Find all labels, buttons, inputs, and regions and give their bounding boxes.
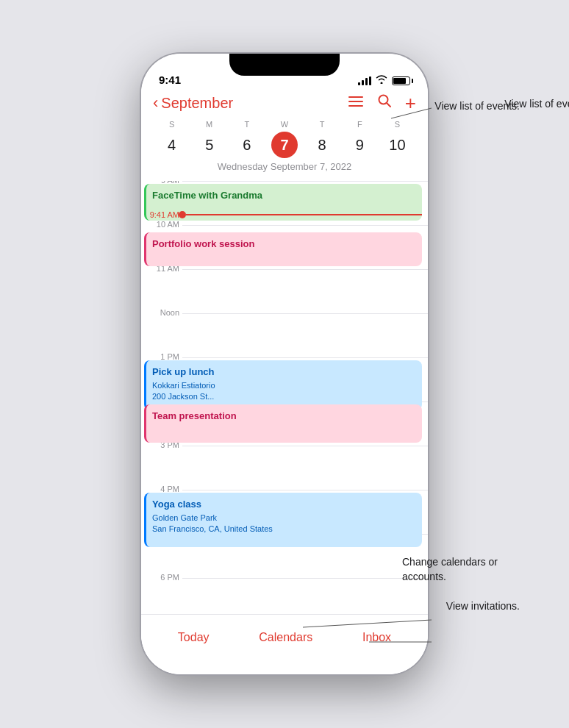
event-yoga-title: Yoga class: [152, 499, 201, 510]
status-time: 9:41: [159, 74, 181, 86]
calendar-scroll[interactable]: 9 AM 10 AM 11 AM Noon 1 PM: [141, 181, 428, 614]
phone-container: 9:41: [141, 54, 428, 674]
back-chevron-icon: ‹: [153, 93, 158, 113]
day-col-wed[interactable]: W 7: [268, 120, 301, 158]
days-row: S 4 M 5 T 6 W 7: [153, 120, 416, 158]
event-pickup-subtitle: Kokkari Estiatorio200 Jackson St...: [152, 380, 416, 403]
time-slot-11am: 11 AM: [182, 269, 428, 313]
day-letter-m: M: [206, 120, 212, 129]
day-number-5: 5: [196, 132, 223, 158]
time-label-10am: 10 AM: [144, 220, 179, 229]
full-date-label: Wednesday September 7, 2022: [153, 161, 416, 172]
event-team[interactable]: Team presentation: [144, 404, 422, 443]
day-number-4: 4: [159, 132, 185, 158]
event-pickup[interactable]: Pick up lunch Kokkari Estiatorio200 Jack…: [144, 360, 422, 410]
event-yoga-subtitle: Golden Gate ParkSan Francisco, CA, Unite…: [152, 513, 416, 535]
day-number-6: 6: [234, 132, 260, 158]
day-letter-t2: T: [320, 120, 325, 129]
battery-icon: [392, 76, 410, 85]
day-col-tue[interactable]: T 6: [231, 120, 263, 158]
day-number-9: 9: [346, 132, 373, 158]
header-top: ‹ September: [153, 93, 416, 113]
signal-bars-icon: [358, 76, 371, 85]
callout-view-list: View list of events.: [434, 99, 520, 114]
back-month-button[interactable]: ‹ September: [153, 93, 233, 113]
svg-line-4: [387, 103, 390, 107]
event-pickup-title: Pick up lunch: [152, 366, 215, 377]
wifi-icon: [376, 75, 387, 86]
page-wrapper: 9:41: [35, 40, 534, 688]
current-time-dot: [179, 211, 186, 218]
event-yoga[interactable]: Yoga class Golden Gate ParkSan Francisco…: [144, 493, 422, 547]
bottom-nav: Today Calendars Inbox: [141, 614, 428, 674]
day-letter-w: W: [281, 120, 288, 129]
day-number-10: 10: [384, 132, 410, 158]
day-number-7-today: 7: [271, 132, 298, 158]
day-letter-t1: T: [244, 120, 249, 129]
day-col-mon[interactable]: M 5: [193, 120, 226, 158]
day-letter-s2: S: [395, 120, 400, 129]
day-col-thu[interactable]: T 8: [306, 120, 338, 158]
time-slot-6pm: 6 PM: [182, 578, 428, 614]
phone-frame: 9:41: [141, 54, 428, 674]
search-button[interactable]: [377, 93, 392, 113]
day-number-8: 8: [309, 132, 335, 158]
status-icons: [358, 75, 410, 86]
nav-calendars[interactable]: Calendars: [259, 631, 312, 644]
day-col-sat[interactable]: S 10: [381, 120, 413, 158]
time-label-noon: Noon: [144, 308, 179, 317]
current-time-indicator: 9:41 AM: [182, 211, 422, 218]
current-time-line: [186, 214, 422, 215]
day-col-fri[interactable]: F 9: [343, 120, 376, 158]
callout-view-invitations: View invitations.: [446, 599, 520, 614]
event-portfolio-title: Portfolio work session: [152, 238, 254, 249]
list-view-button[interactable]: [348, 93, 364, 113]
notch: [229, 54, 340, 76]
nav-inbox[interactable]: Inbox: [362, 631, 391, 644]
month-label: September: [161, 95, 233, 112]
event-facetime-title: FaceTime with Grandma: [152, 190, 262, 201]
event-portfolio[interactable]: Portfolio work session: [144, 232, 422, 266]
callout-change-calendars: Change calendars or accounts.: [402, 555, 520, 584]
header-actions: +: [348, 93, 416, 113]
time-slot-3pm: 3 PM: [182, 446, 428, 490]
time-slot-noon: Noon: [182, 313, 428, 357]
calendar-header: ‹ September: [141, 90, 428, 181]
screen: 9:41: [141, 54, 428, 674]
nav-today[interactable]: Today: [178, 631, 210, 644]
add-event-button[interactable]: +: [405, 93, 416, 113]
day-col-sun[interactable]: S 4: [156, 120, 188, 158]
day-letter-f: F: [357, 120, 362, 129]
day-letter-s1: S: [169, 120, 174, 129]
time-grid: 9 AM 10 AM 11 AM Noon 1 PM: [141, 181, 428, 614]
time-label-6pm: 6 PM: [144, 573, 179, 582]
current-time-text: 9:41 AM: [144, 210, 179, 219]
event-team-title: Team presentation: [152, 410, 237, 421]
